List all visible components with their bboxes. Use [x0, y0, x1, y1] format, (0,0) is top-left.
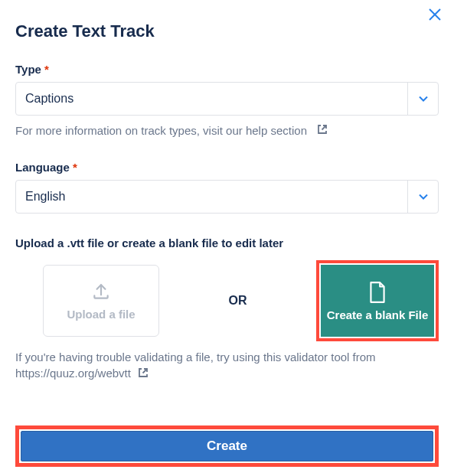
create-blank-highlight: Create a blank File — [316, 260, 439, 341]
language-label-text: Language — [15, 161, 70, 174]
upload-help-text: If you're having trouble validating a fi… — [15, 349, 439, 383]
close-button[interactable] — [428, 8, 442, 24]
type-select[interactable]: Captions — [15, 82, 439, 116]
upload-section-label: Upload a .vtt file or create a blank fil… — [15, 236, 439, 249]
language-label: Language * — [15, 161, 439, 174]
upload-help-text-content: If you're having trouble validating a fi… — [15, 350, 376, 380]
language-field-section: Language * English — [15, 161, 439, 214]
chevron-down-icon — [418, 191, 429, 202]
upload-options-row: Upload a file OR Create a blank File — [15, 260, 439, 341]
type-select-value: Captions — [25, 92, 73, 106]
language-select-chevron-wrap — [407, 181, 438, 213]
external-link-icon[interactable] — [137, 367, 149, 383]
or-separator: OR — [159, 294, 316, 308]
type-label: Type * — [15, 63, 439, 76]
create-blank-label: Create a blank File — [327, 308, 429, 321]
language-required-mark: * — [73, 161, 77, 174]
type-help-text-content: For more information on track types, vis… — [15, 124, 307, 137]
type-select-chevron-wrap — [407, 83, 438, 115]
external-link-icon — [316, 123, 328, 138]
upload-icon — [91, 282, 111, 302]
upload-file-label: Upload a file — [67, 308, 135, 321]
upload-section: Upload a .vtt file or create a blank fil… — [15, 236, 439, 383]
chevron-down-icon — [418, 93, 429, 104]
type-field-section: Type * Captions For more information on … — [15, 63, 439, 138]
create-blank-file-button[interactable]: Create a blank File — [321, 265, 434, 337]
upload-file-button[interactable]: Upload a file — [43, 265, 159, 337]
type-label-text: Type — [15, 63, 41, 76]
close-icon — [428, 8, 442, 21]
type-required-mark: * — [44, 63, 49, 76]
create-button-highlight: Create — [15, 425, 439, 467]
type-help-text[interactable]: For more information on track types, vis… — [15, 123, 439, 138]
create-button[interactable]: Create — [21, 431, 433, 461]
create-button-label: Create — [207, 439, 247, 454]
language-select-value: English — [25, 190, 65, 204]
dialog-title: Create Text Track — [15, 21, 439, 41]
file-icon — [367, 281, 387, 304]
language-select[interactable]: English — [15, 180, 439, 214]
